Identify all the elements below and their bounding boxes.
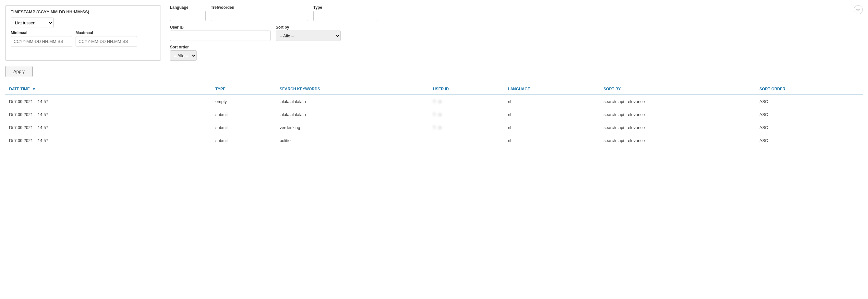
cell-type: submit bbox=[212, 121, 276, 134]
filter-section: TIMESTAMP (CCYY-MM-DD HH:MM:SS) Ligt tus… bbox=[5, 5, 863, 61]
col-userid[interactable]: USER ID bbox=[429, 84, 504, 95]
type-label: Type bbox=[313, 5, 378, 10]
type-input[interactable] bbox=[313, 11, 378, 21]
sortby-select[interactable]: – Alle – bbox=[276, 31, 341, 41]
blurred-userid: 7 - b bbox=[433, 112, 441, 117]
trefwoorden-input[interactable] bbox=[211, 11, 308, 21]
cell-datetime: Di 7.09.2021 – 14:57 bbox=[5, 108, 212, 121]
data-table: DATE TIME ▼ TYPE SEARCH KEYWORDS USER ID… bbox=[5, 84, 863, 147]
col-sortorder[interactable]: SORT ORDER bbox=[755, 84, 863, 95]
cell-type: submit bbox=[212, 134, 276, 147]
trefwoorden-label: Trefwoorden bbox=[211, 5, 308, 10]
timestamp-row: Ligt tussen Is gelijk aan Is groter dan … bbox=[11, 18, 155, 28]
cell-datetime: Di 7.09.2021 – 14:57 bbox=[5, 121, 212, 134]
min-field-group: Minimaal bbox=[11, 31, 72, 47]
language-input[interactable] bbox=[170, 11, 206, 21]
max-label: Maximaal bbox=[75, 31, 137, 35]
cell-keywords: politie bbox=[276, 134, 429, 147]
cell-userid bbox=[429, 134, 504, 147]
userid-label: User ID bbox=[170, 25, 271, 30]
max-input[interactable] bbox=[75, 36, 137, 47]
userid-group: User ID bbox=[170, 25, 271, 41]
table-row: Di 7.09.2021 – 14:57submitpolitienlsearc… bbox=[5, 134, 863, 147]
sortby-label: Sort by bbox=[276, 25, 341, 30]
min-input[interactable] bbox=[11, 36, 72, 47]
table-header-row: DATE TIME ▼ TYPE SEARCH KEYWORDS USER ID… bbox=[5, 84, 863, 95]
sortorder-group: Sort order – Alle – bbox=[170, 45, 196, 61]
userid-input[interactable] bbox=[170, 31, 271, 41]
cell-userid: 7 - b bbox=[429, 108, 504, 121]
cell-type: submit bbox=[212, 108, 276, 121]
blurred-userid: 7 - b bbox=[433, 125, 441, 130]
cell-keywords: verdenking bbox=[276, 121, 429, 134]
cell-sortby: search_api_relevance bbox=[599, 108, 755, 121]
min-label: Minimaal bbox=[11, 31, 72, 35]
sortby-group: Sort by – Alle – bbox=[276, 25, 341, 41]
col-keywords[interactable]: SEARCH KEYWORDS bbox=[276, 84, 429, 95]
col-language[interactable]: LANGUAGE bbox=[504, 84, 600, 95]
cell-sortorder: ASC bbox=[755, 108, 863, 121]
sort-arrow-datetime: ▼ bbox=[32, 87, 36, 91]
timestamp-title: TIMESTAMP (CCYY-MM-DD HH:MM:SS) bbox=[11, 9, 155, 14]
right-panel: ✏ Language Trefwoorden Type bbox=[167, 5, 863, 61]
table-row: Di 7.09.2021 – 14:57submitverdenking7 - … bbox=[5, 121, 863, 134]
right-top-row: Language Trefwoorden Type bbox=[170, 5, 863, 21]
cell-language: nl bbox=[504, 95, 600, 108]
language-group: Language bbox=[170, 5, 206, 21]
right-bottom-row: Sort order – Alle – bbox=[170, 45, 863, 61]
cell-language: nl bbox=[504, 121, 600, 134]
sortorder-select[interactable]: – Alle – bbox=[170, 50, 196, 61]
type-group: Type bbox=[313, 5, 378, 21]
table-row: Di 7.09.2021 – 14:57submitlalalalalalala… bbox=[5, 108, 863, 121]
cell-sortby: search_api_relevance bbox=[599, 121, 755, 134]
cell-sortorder: ASC bbox=[755, 121, 863, 134]
cell-type: empty bbox=[212, 95, 276, 108]
table-header: DATE TIME ▼ TYPE SEARCH KEYWORDS USER ID… bbox=[5, 84, 863, 95]
timestamp-box: TIMESTAMP (CCYY-MM-DD HH:MM:SS) Ligt tus… bbox=[5, 5, 161, 61]
cell-language: nl bbox=[504, 134, 600, 147]
col-sortby[interactable]: SORT BY bbox=[599, 84, 755, 95]
table-row: Di 7.09.2021 – 14:57emptylalalalalalalal… bbox=[5, 95, 863, 108]
sortorder-label: Sort order bbox=[170, 45, 196, 49]
cell-sortby: search_api_relevance bbox=[599, 95, 755, 108]
min-max-row: Minimaal Maximaal bbox=[11, 31, 155, 47]
blurred-userid: 7 - b bbox=[433, 99, 441, 104]
cell-keywords: lalalalalalalala bbox=[276, 95, 429, 108]
cell-keywords: lalalalalalalala bbox=[276, 108, 429, 121]
cell-sortorder: ASC bbox=[755, 134, 863, 147]
cell-datetime: Di 7.09.2021 – 14:57 bbox=[5, 95, 212, 108]
cell-language: nl bbox=[504, 108, 600, 121]
between-select[interactable]: Ligt tussen Is gelijk aan Is groter dan … bbox=[11, 18, 54, 28]
right-mid-row: User ID Sort by – Alle – bbox=[170, 25, 863, 41]
cell-userid: 7 - b bbox=[429, 121, 504, 134]
cell-sortby: search_api_relevance bbox=[599, 134, 755, 147]
cell-datetime: Di 7.09.2021 – 14:57 bbox=[5, 134, 212, 147]
col-type[interactable]: TYPE bbox=[212, 84, 276, 95]
cell-sortorder: ASC bbox=[755, 95, 863, 108]
trefwoorden-group: Trefwoorden bbox=[211, 5, 308, 21]
cell-userid: 7 - b bbox=[429, 95, 504, 108]
language-label: Language bbox=[170, 5, 206, 10]
col-datetime[interactable]: DATE TIME ▼ bbox=[5, 84, 212, 95]
apply-button[interactable]: Apply bbox=[5, 66, 33, 77]
max-field-group: Maximaal bbox=[75, 31, 137, 47]
table-body: Di 7.09.2021 – 14:57emptylalalalalalalal… bbox=[5, 95, 863, 147]
